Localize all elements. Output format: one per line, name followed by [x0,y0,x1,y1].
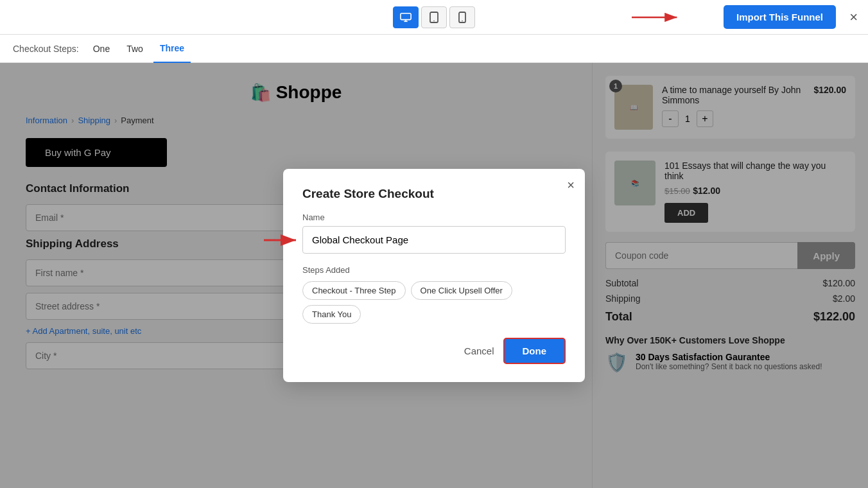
arrow-indicator [632,8,683,27]
steps-chips: Checkout - Three Step One Click Upsell O… [302,281,566,324]
tablet-btn[interactable] [421,6,447,28]
mobile-btn[interactable] [449,6,475,28]
desktop-btn[interactable] [393,6,419,28]
step-one[interactable]: One [87,35,116,63]
name-field-label: Name [302,213,566,222]
svg-point-6 [462,20,463,21]
main-layout: 🛍️ Shoppe Information › Shipping › Payme… [0,63,868,488]
cancel-button[interactable]: Cancel [464,345,494,356]
step-three[interactable]: Three [153,35,191,63]
modal-title: Create Store Checkout [302,187,566,201]
done-button[interactable]: Done [503,338,566,364]
step-two[interactable]: Two [120,35,150,63]
checkout-steps-label: Checkout Steps: [13,44,79,54]
checkout-name-input[interactable] [302,226,566,254]
chip-thank-you: Thank You [302,305,361,324]
svg-point-4 [433,20,435,21]
top-close-button[interactable]: × [849,9,858,26]
chip-one-click-upsell: One Click Upsell Offer [411,281,512,300]
modal-dialog: Create Store Checkout × Name Steps Added [283,169,585,382]
modal-close-button[interactable]: × [567,178,575,193]
modal-overlay: Create Store Checkout × Name Steps Added [0,63,868,488]
steps-bar: Checkout Steps: One Two Three [0,35,868,63]
chip-checkout-three-step: Checkout - Three Step [302,281,406,300]
steps-added-label: Steps Added [302,265,566,275]
import-funnel-button[interactable]: Import This Funnel [724,5,836,29]
modal-actions: Cancel Done [302,338,566,364]
svg-rect-0 [401,13,411,19]
top-bar: Import This Funnel × [0,0,868,35]
name-input-wrap [302,226,566,254]
input-arrow-indicator [264,232,302,248]
device-icons [393,6,475,28]
